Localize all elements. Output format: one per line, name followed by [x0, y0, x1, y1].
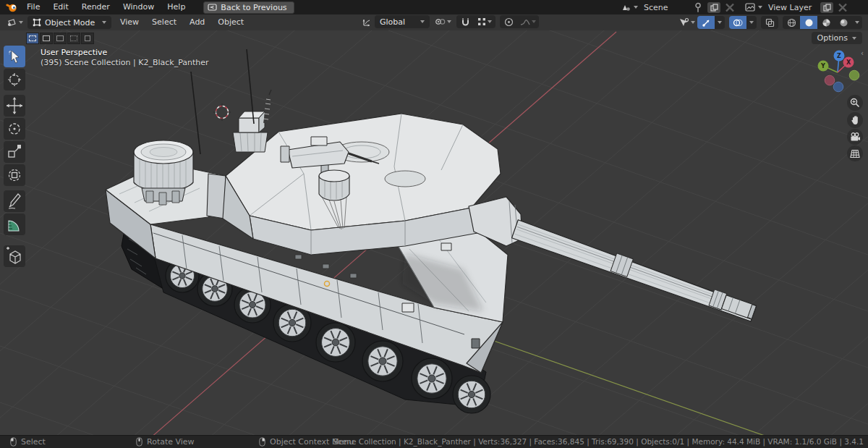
menu-add[interactable]: Add	[183, 15, 211, 30]
tool-add-cube[interactable]	[3, 245, 27, 269]
object-visibility-dropdown[interactable]	[678, 17, 695, 28]
close-icon[interactable]	[723, 2, 736, 13]
axis-x-neg-ball[interactable]	[825, 75, 835, 85]
select-mode-invert[interactable]	[67, 33, 80, 44]
scene-statistics: Scene Collection | K2_Black_Panther | Ve…	[333, 436, 864, 448]
gizmos-toggle[interactable]	[697, 16, 715, 29]
new-view-layer-button[interactable]	[820, 2, 833, 13]
snap-target-dropdown[interactable]	[474, 15, 495, 28]
toolbar	[3, 45, 27, 240]
tool-annotate[interactable]	[4, 190, 25, 212]
chevron-down-icon	[758, 6, 762, 9]
menu-select[interactable]: Select	[145, 15, 183, 30]
falloff-dropdown[interactable]	[517, 15, 539, 28]
menu-render[interactable]: Render	[75, 0, 116, 14]
chevron-down-icon	[691, 21, 695, 24]
object-mode-icon	[33, 18, 41, 27]
options-dropdown[interactable]: Options	[812, 32, 862, 44]
tool-rotate[interactable]	[4, 118, 25, 140]
view-layer-selector[interactable]: View Layer	[745, 2, 849, 13]
shading-wireframe-button[interactable]	[783, 16, 800, 29]
xray-toggle[interactable]	[761, 16, 778, 29]
ortho-grid-icon	[850, 149, 860, 159]
chevron-down-icon	[102, 21, 106, 24]
close-icon[interactable]	[836, 2, 849, 13]
snap-toggle[interactable]	[456, 15, 474, 28]
perspective-toggle-button[interactable]	[847, 145, 863, 161]
menu-file[interactable]: File	[20, 0, 46, 14]
magnet-icon	[461, 17, 470, 27]
proportional-icon	[504, 17, 514, 27]
back-icon	[208, 4, 217, 12]
transform-orientation-icon	[362, 17, 373, 28]
back-to-previous-button[interactable]: Back to Previous	[203, 1, 294, 14]
pan-hand-icon	[851, 115, 860, 125]
menu-window[interactable]: Window	[116, 0, 161, 14]
editor-3d-viewport-icon	[6, 18, 17, 28]
pin-icon[interactable]	[692, 2, 705, 13]
shading-solid-button[interactable]	[800, 16, 817, 29]
blender-logo-icon[interactable]	[6, 2, 17, 12]
menu-view[interactable]: View	[114, 15, 145, 30]
chevron-down-icon	[19, 21, 23, 24]
pan-button[interactable]	[847, 112, 863, 128]
status-mouse-left: Select	[10, 436, 46, 448]
orientation-dropdown[interactable]: Global	[375, 15, 430, 28]
zoom-button[interactable]	[847, 95, 863, 111]
sidebar-toggle[interactable]: ‹	[861, 49, 864, 57]
axis-y-neg-ball[interactable]	[849, 70, 859, 80]
overlays-group	[729, 16, 757, 29]
overlays-toggle[interactable]	[729, 16, 746, 29]
chevron-down-icon	[488, 20, 492, 23]
shading-dropdown[interactable]	[852, 16, 862, 29]
viewport-header: Object Mode View Select Add Object Globa…	[0, 14, 868, 30]
mode-dropdown[interactable]: Object Mode	[27, 16, 111, 29]
svg-text:Y: Y	[820, 63, 825, 69]
select-mode-set[interactable]	[26, 33, 39, 44]
overlay-icon	[733, 18, 743, 28]
select-mode-intersect[interactable]	[81, 33, 94, 44]
chevron-down-icon	[420, 20, 425, 23]
pivot-point-dropdown[interactable]	[435, 17, 451, 27]
shading-wireframe-icon	[787, 18, 796, 28]
shading-material-button[interactable]	[817, 16, 835, 29]
proportional-edit-toggle[interactable]	[500, 15, 517, 28]
shading-rendered-icon	[839, 18, 848, 28]
mouse-middle-icon	[136, 437, 142, 447]
chevron-down-icon	[718, 21, 722, 24]
shading-rendered-button[interactable]	[835, 16, 852, 29]
tool-select-box[interactable]	[4, 46, 25, 67]
menu-object[interactable]: Object	[211, 15, 250, 30]
status-mouse-middle: Rotate View	[136, 436, 195, 448]
select-mode-extend[interactable]	[40, 33, 53, 44]
chevron-down-icon	[634, 6, 638, 9]
axis-z-neg-ball[interactable]	[833, 82, 843, 92]
gizmos-group	[697, 16, 725, 29]
topbar: File Edit Render Window Help Back to Pre…	[0, 0, 868, 14]
chevron-down-icon	[447, 20, 451, 23]
mouse-left-icon	[10, 437, 17, 447]
mouse-right-icon	[259, 437, 265, 447]
shading-mode-group	[783, 16, 862, 29]
new-scene-copy-button[interactable]	[707, 2, 720, 13]
menu-help[interactable]: Help	[161, 0, 192, 14]
select-mode-subtract[interactable]	[54, 33, 67, 44]
tool-measure[interactable]	[4, 214, 25, 235]
tool-move[interactable]	[4, 95, 25, 117]
gizmos-dropdown[interactable]	[715, 16, 725, 29]
scene-selector[interactable]: Scene	[621, 2, 736, 13]
camera-view-button[interactable]	[847, 129, 863, 145]
editor-type-button[interactable]	[6, 18, 23, 28]
navigation-gizmo[interactable]: Z X Y	[812, 45, 865, 97]
chevron-down-icon	[852, 37, 856, 40]
select-mode-options	[26, 33, 94, 44]
overlays-dropdown[interactable]	[746, 16, 757, 29]
chevron-down-icon	[532, 20, 536, 23]
svg-text:X: X	[846, 59, 851, 66]
view-name-label: User Perspective	[41, 48, 209, 58]
tool-transform[interactable]	[4, 164, 25, 186]
tool-cursor[interactable]	[4, 69, 25, 90]
statusbar: Select Rotate View Object Context Menu S…	[0, 435, 868, 448]
tool-scale[interactable]	[4, 141, 25, 163]
menu-edit[interactable]: Edit	[46, 0, 75, 14]
